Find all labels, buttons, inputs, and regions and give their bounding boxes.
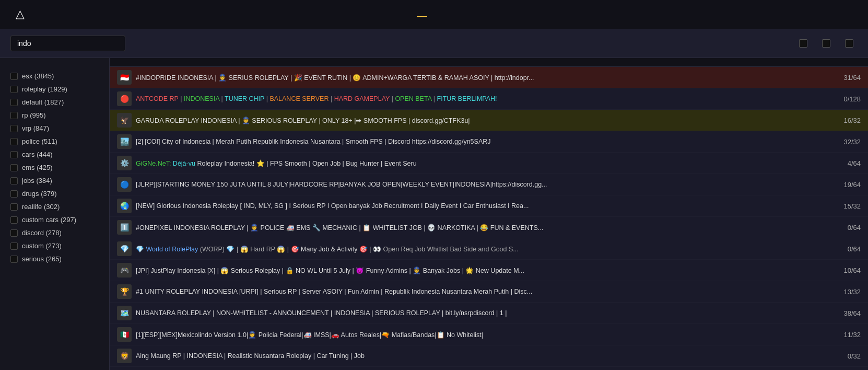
hide-full-checkbox[interactable] [845, 39, 853, 48]
server-list: 🇮🇩 #INDOPRIDE INDONESIA | 👮 SERIUS ROLEP… [110, 67, 868, 370]
tag-checkbox[interactable] [10, 256, 18, 263]
tag-label: custom (273) [22, 242, 62, 250]
nav-supporters[interactable] [430, 13, 441, 17]
sidebar-item-rp[interactable]: rp (995) [0, 109, 109, 122]
server-name: ANTCODE RP | INDONESIA | TUNER CHIP | BA… [136, 95, 819, 102]
top-nav: △ [0, 0, 868, 29]
tag-checkbox[interactable] [10, 138, 18, 145]
max-ping-checkbox[interactable] [799, 39, 807, 48]
tag-checkbox[interactable] [10, 164, 18, 171]
hide-empty-checkbox[interactable] [822, 39, 830, 48]
sidebar-item-drugs[interactable]: drugs (379) [0, 187, 109, 200]
nav-history[interactable] [444, 13, 454, 17]
sidebar-item-custom[interactable]: custom (273) [0, 239, 109, 252]
tag-checkbox[interactable] [10, 203, 18, 211]
server-players: 38/64 [819, 309, 861, 317]
server-row[interactable]: 🇮🇩 #INDOPRIDE INDONESIA | 👮 SERIUS ROLEP… [110, 67, 868, 88]
server-icon: 🔵 [117, 177, 132, 192]
server-name: [2] [COI] City of Indonesia | Merah Puti… [136, 138, 819, 145]
server-name: GiGNe.NeT: Déjà-vu Roleplay Indonesia! ⭐… [136, 159, 819, 167]
server-row[interactable]: 1️⃣ #ONEPIXEL INDONESIA ROLEPLAY | 👮 POL… [110, 217, 868, 238]
hide-empty-filter[interactable] [822, 39, 835, 48]
server-row[interactable]: 🔵 [JLRP]|STARTING MONEY 150 JUTA UNTIL 8… [110, 174, 868, 195]
tag-checkbox[interactable] [10, 190, 18, 198]
sidebar-item-reallife[interactable]: reallife (302) [0, 200, 109, 213]
nav-direct-connect[interactable] [471, 13, 482, 17]
sidebar-item-police[interactable]: police (511) [0, 135, 109, 148]
server-players: 0/32 [819, 352, 861, 360]
server-row[interactable]: ⚙️ GiGNe.NeT: Déjà-vu Roleplay Indonesia… [110, 153, 868, 174]
server-name: #ONEPIXEL INDONESIA ROLEPLAY | 👮 POLICE … [136, 224, 819, 232]
tag-checkbox[interactable] [10, 229, 18, 237]
tag-checkbox[interactable] [10, 73, 18, 80]
tag-checkbox[interactable] [10, 151, 18, 158]
server-icon: 🔴 [117, 91, 132, 106]
server-row[interactable]: 💎 💎 World of RolePlay (WORP) 💎 | 😱 Hard … [110, 238, 868, 260]
server-name: [NEW] Glorious Indonesia Roleplay [ IND,… [136, 202, 819, 210]
server-row[interactable]: 🎮 [JPI] JustPlay Indonesia [X] | 😱 Serio… [110, 260, 868, 281]
tag-checkbox[interactable] [10, 99, 18, 106]
sidebar-item-esx[interactable]: esx (3845) [0, 70, 109, 83]
sidebar-item-serious[interactable]: serious (265) [0, 252, 109, 265]
server-name: [JLRP]|STARTING MONEY 150 JUTA UNTIL 8 J… [136, 181, 819, 188]
sidebar-item-vrp[interactable]: vrp (847) [0, 122, 109, 135]
tag-checkbox[interactable] [10, 86, 18, 93]
sidebar-item-jobs[interactable]: jobs (384) [0, 174, 109, 187]
server-players: 31/64 [819, 74, 861, 82]
nav-settings[interactable] [495, 13, 506, 17]
max-ping-filter[interactable] [799, 39, 812, 48]
server-row[interactable]: 🦅 GARUDA ROLEPLAY INDONESIA | 👮 SERIOUS … [110, 110, 868, 131]
server-name: GARUDA ROLEPLAY INDONESIA | 👮 SERIOUS RO… [136, 117, 819, 124]
server-row[interactable]: 🦁 Aing Maung RP | INDONESIA | Realistic … [110, 345, 868, 367]
server-row[interactable]: 🏆 #1 UNITY ROLEPLAY INDONESIA [URPI] | S… [110, 281, 868, 303]
server-row[interactable]: 🇲🇽 [1][ESP][MEX]Mexicolindo Version 1.0|… [110, 324, 868, 345]
server-icon: 🎮 [117, 263, 132, 278]
tag-label: police (511) [22, 137, 57, 145]
sidebar-item-roleplay[interactable]: roleplay (1929) [0, 83, 109, 96]
filter-bar [0, 29, 868, 58]
server-row[interactable]: 🗺️ NUSANTARA ROLEPLAY | NON-WHITELIST - … [110, 303, 868, 324]
server-row[interactable]: 🌏 [NEW] Glorious Indonesia Roleplay [ IN… [110, 195, 868, 217]
nav-servers[interactable] [417, 12, 427, 17]
sidebar-item-default[interactable]: default (1827) [0, 96, 109, 109]
server-name: [JPI] JustPlay Indonesia [X] | 😱 Serious… [136, 267, 819, 274]
server-name: Aing Maung RP | INDONESIA | Realistic Nu… [136, 352, 819, 360]
nav-home[interactable] [403, 13, 414, 17]
server-table: 🇮🇩 #INDOPRIDE INDONESIA | 👮 SERIUS ROLEP… [110, 58, 868, 370]
server-icon: 🏙️ [117, 134, 132, 149]
server-name: #1 UNITY ROLEPLAY INDONESIA [URPI] | Ser… [136, 288, 819, 295]
tag-checkbox[interactable] [10, 216, 18, 224]
server-icon: 🦅 [117, 113, 132, 128]
server-players: 0/64 [819, 245, 861, 253]
server-row[interactable]: 🏙️ [2] [COI] City of Indonesia | Merah P… [110, 131, 868, 153]
server-icon: 🦁 [117, 349, 132, 363]
server-row[interactable]: 🇮🇩 RHINEKA ID ROLEPLAY | 🎉 SERIOUS RP | … [110, 367, 868, 370]
server-players: 11/32 [819, 331, 861, 339]
sidebar-item-discord[interactable]: discord (278) [0, 226, 109, 239]
server-row[interactable]: 🔴 ANTCODE RP | INDONESIA | TUNER CHIP | … [110, 88, 868, 110]
hide-full-filter[interactable] [845, 39, 858, 48]
tag-label: rp (995) [22, 111, 46, 119]
main-layout: esx (3845) roleplay (1929) default (1827… [0, 58, 868, 370]
tag-checkbox[interactable] [10, 112, 18, 119]
tag-label: discord (278) [22, 229, 62, 237]
nav-links [56, 12, 852, 17]
tag-label: drugs (379) [22, 190, 56, 198]
tag-label: custom cars (297) [22, 216, 76, 224]
search-input[interactable] [10, 36, 125, 51]
sidebar-item-custom-cars[interactable]: custom cars (297) [0, 213, 109, 226]
fivem-logo-icon: △ [16, 7, 30, 22]
tag-checkbox[interactable] [10, 177, 18, 184]
sidebar: esx (3845) roleplay (1929) default (1827… [0, 58, 110, 370]
server-icon: 🗺️ [117, 306, 132, 320]
tag-checkbox[interactable] [10, 242, 18, 250]
server-name: 💎 World of RolePlay (WORP) 💎 | 😱 Hard RP… [136, 245, 819, 253]
server-players: 0/64 [819, 224, 861, 232]
sidebar-item-cars[interactable]: cars (444) [0, 148, 109, 161]
nav-favorites[interactable] [458, 13, 468, 17]
server-name: NUSANTARA ROLEPLAY | NON-WHITELIST - ANN… [136, 309, 819, 317]
sidebar-item-ems[interactable]: ems (425) [0, 161, 109, 174]
sidebar-header [0, 63, 109, 70]
tag-checkbox[interactable] [10, 125, 18, 132]
server-players: 16/32 [819, 117, 861, 124]
